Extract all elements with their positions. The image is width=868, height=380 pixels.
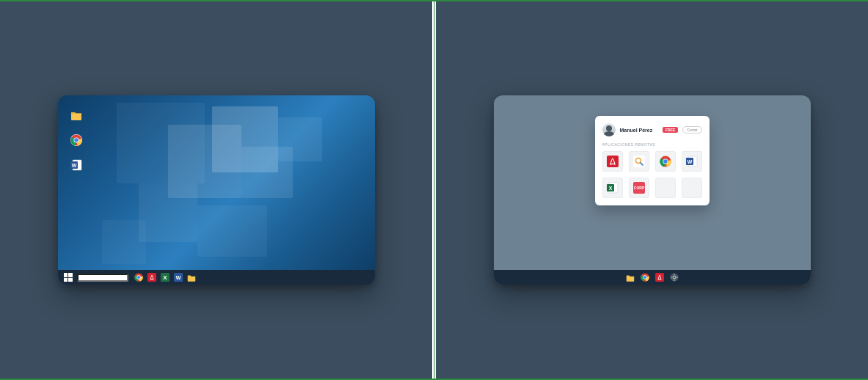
svg-text:W: W (687, 159, 692, 164)
launcher-panel: Manuel Pérez FREE Cerrar APLICACIONES RE… (595, 116, 710, 205)
taskbar-search-input[interactable] (77, 274, 128, 282)
start-button[interactable] (64, 273, 73, 282)
panel-header: Manuel Pérez FREE Cerrar (602, 123, 702, 136)
taskbar-icon-folder[interactable] (187, 273, 196, 282)
dock-icon-acrobat[interactable] (655, 273, 664, 282)
svg-point-21 (663, 159, 668, 164)
app-tile-chrome[interactable] (655, 151, 676, 172)
app-tile-acrobat[interactable] (602, 151, 623, 172)
taskbar-icon-chrome[interactable] (134, 273, 143, 282)
dock-icon-chrome[interactable] (641, 273, 649, 282)
right-pane: Manuel Pérez FREE Cerrar APLICACIONES RE… (436, 0, 868, 380)
app-tile-excel[interactable]: X (602, 178, 623, 198)
plan-badge: FREE (663, 127, 678, 133)
desktop-icon-word[interactable]: W (70, 158, 83, 172)
taskbar: X W (58, 270, 375, 285)
svg-text:X: X (163, 274, 167, 281)
svg-point-3 (74, 138, 79, 142)
close-button[interactable]: Cerrar (682, 126, 701, 134)
taskbar-icon-acrobat[interactable] (147, 273, 156, 282)
svg-point-32 (643, 276, 646, 279)
user-name: Manuel Pérez (620, 128, 658, 133)
taskbar-icon-word[interactable]: W (174, 273, 183, 282)
app-grid: W X CORP (602, 151, 702, 198)
svg-text:W: W (71, 163, 76, 168)
dock-icon-folder[interactable] (626, 273, 635, 282)
svg-text:W: W (175, 275, 180, 280)
app-tile-word[interactable]: W (682, 151, 702, 172)
app-tile-search[interactable] (629, 151, 649, 172)
taskbar-icon-excel[interactable]: X (161, 273, 169, 282)
taskbar-icons: X W (134, 273, 196, 282)
svg-text:X: X (608, 186, 612, 191)
desktop-icon-folder[interactable] (70, 109, 83, 122)
wallpaper (58, 95, 375, 285)
svg-rect-10 (147, 273, 156, 282)
desktop-icons: W (70, 109, 83, 172)
avatar (602, 123, 616, 136)
app-tile-empty[interactable] (655, 178, 676, 198)
launcher-screen: Manuel Pérez FREE Cerrar APLICACIONES RE… (494, 95, 811, 285)
dock (494, 270, 811, 285)
windows-desktop-screen: W X W (58, 95, 375, 285)
svg-rect-15 (607, 156, 619, 167)
svg-text:CORP: CORP (633, 186, 644, 190)
section-label: APLICACIONES REMOTAS (602, 142, 702, 147)
dock-icon-settings[interactable] (670, 273, 679, 282)
left-pane: W X W (0, 0, 432, 380)
desktop-icon-chrome[interactable] (70, 134, 83, 147)
app-tile-empty[interactable] (682, 178, 702, 198)
svg-rect-33 (655, 273, 664, 282)
svg-point-9 (136, 276, 139, 279)
app-tile-corp[interactable]: CORP (629, 178, 649, 198)
